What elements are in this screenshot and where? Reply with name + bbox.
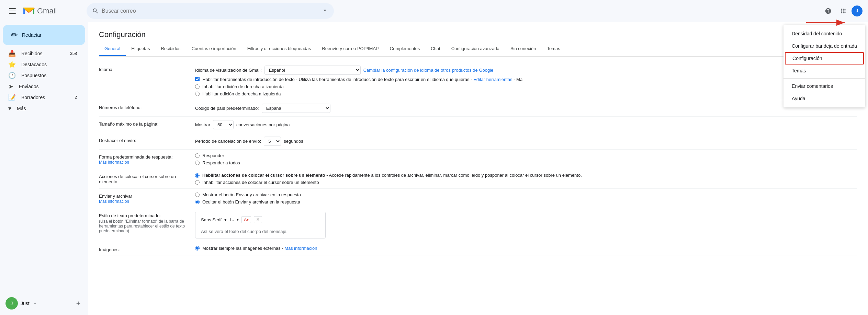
nav-label-mas: Más [17,106,77,111]
add-icon [75,300,81,306]
tamano-label: Tamaño máximo de la página: [99,120,195,127]
tab-reenvio[interactable]: Reenvío y correo POP/IMAP [316,42,384,56]
respuesta-mas-info[interactable]: Más información [99,160,129,165]
compose-button[interactable]: ✏ Redactar [3,25,85,45]
settings-row-telefonos: Números de teléfono: Código de país pred… [99,100,857,117]
dropdown-item-ayuda[interactable]: Ayuda [784,92,865,105]
tab-avanzada[interactable]: Configuración avanzada [446,42,505,56]
tab-general[interactable]: General [99,42,126,56]
imagenes-mas-info[interactable]: Más información [284,246,317,251]
tamano-control: Mostrar 50 25 10 conversaciones por pági… [195,120,857,129]
font-toolbar: Sans Serif ▾ T↕ ▾ A▾ ✕ [201,216,320,226]
nav-label-borradores: Borradores [21,95,69,100]
nav-label-recibidos: Recibidos [21,51,65,56]
dropdown-item-comentarios[interactable]: Enviar comentarios [784,80,865,92]
nav-badge-borradores: 2 [75,95,77,100]
respuesta-label-col: Forma predeterminada de respuesta: Más i… [99,153,195,165]
tab-recibidos[interactable]: Recibidos [155,42,186,56]
user-avatar[interactable]: J [5,297,18,310]
imagenes-text: Mostrar siempre las imágenes externas [202,246,281,251]
search-bar[interactable] [87,3,334,19]
idioma-select[interactable]: Español [264,66,361,75]
enviar-mas-info[interactable]: Más información [99,199,129,204]
topbar: Gmail J [0,0,868,22]
font-size-control2: ▾ [237,217,239,222]
checkbox-herramientas[interactable] [195,77,200,81]
idioma-label: Idioma: [99,66,195,72]
apps-icon [840,8,847,14]
enviar-label-col: Enviar y archivar Más información [99,192,195,204]
account-avatar[interactable]: J [852,5,863,16]
telefonos-control: Código de país predeterminado: España [195,104,857,113]
enviar-radio-group: Mostrar el botón Enviar y archivar en la… [195,192,857,205]
sidebar-item-destacados[interactable]: ⭐ Destacados [0,59,82,70]
settings-row-respuesta: Forma predeterminada de respuesta: Más i… [99,150,857,169]
dropdown-item-densidad[interactable]: Densidad del contenido [784,27,865,40]
enviar-label: Enviar y archivar [99,194,187,199]
radio-habilitar-acciones[interactable]: Habilitar acciones de colocar el cursor … [195,173,857,178]
tamano-prefix: Mostrar [195,122,210,127]
remove-format-button[interactable]: ✕ [254,216,262,223]
acciones-radio-group: Habilitar acciones de colocar el cursor … [195,173,857,185]
undo-time-select[interactable]: 5 10 20 30 [264,137,281,146]
tab-cuentas[interactable]: Cuentas e importación [186,42,242,56]
dropdown-item-bandeja[interactable]: Configurar bandeja de entrada [784,40,865,52]
font-name: Sans Serif [201,217,222,222]
acciones-control: Habilitar acciones de colocar el cursor … [195,173,857,185]
estilo-label: Estilo de texto predeterminado: [99,213,187,218]
telefono-prefix: Código de país predeterminado: [195,106,259,111]
idioma-control: Idioma de visualización de Gmail: Españo… [195,66,857,96]
nav-label-destacados: Destacados [21,62,77,67]
checkbox-herramientas-text: Habilitar herramientas de introducción d… [202,77,522,82]
nav-label-enviados: Enviados [19,84,77,89]
idioma-link[interactable]: Cambiar la configuración de idioma de ot… [363,68,494,73]
sidebar-item-mas[interactable]: ▾ Más [0,103,82,114]
country-select[interactable]: España [262,104,330,113]
editar-link[interactable]: Editar herramientas [473,77,512,82]
more-icon: ▾ [8,105,11,112]
acciones-label: Acciones de colocar el cursor sobre un e… [99,173,195,184]
page-size-select[interactable]: 50 25 10 [213,120,234,129]
tab-complementos[interactable]: Complementos [384,42,425,56]
dropdown-item-configuracion[interactable]: Configuración [785,52,864,65]
sidebar-item-recibidos[interactable]: 📥 Recibidos 358 [0,48,82,59]
radio-mostrar-imagenes[interactable]: Mostrar siempre las imágenes externas - … [195,246,857,251]
imagenes-control: Mostrar siempre las imágenes externas - … [195,246,857,251]
tab-etiquetas[interactable]: Etiquetas [126,42,155,56]
radio-mostrar-enviar[interactable]: Mostrar el botón Enviar y archivar en la… [195,192,857,197]
dropdown-divider [784,78,865,79]
apps-button[interactable] [836,4,850,18]
font-color-button[interactable]: A▾ [241,216,251,223]
sidebar-item-enviados[interactable]: ➤ Enviados [0,81,82,92]
gmail-logo[interactable]: Gmail [22,6,57,16]
tab-chat[interactable]: Chat [425,42,446,56]
help-button[interactable] [821,4,835,18]
tab-filtros[interactable]: Filtros y direcciones bloqueadas [242,42,317,56]
sidebar-item-borradores[interactable]: 📝 Borradores 2 [0,92,82,103]
star-icon: ⭐ [8,61,16,68]
radio-ocultar-enviar[interactable]: Ocultar el botón Enviar y archivar en la… [195,199,857,205]
menu-button[interactable] [5,4,19,18]
search-input[interactable] [102,8,319,14]
tab-temas[interactable]: Temas [541,42,565,56]
font-size-icon: ▾ [224,217,227,222]
enviar-control: Mostrar el botón Enviar y archivar en la… [195,192,857,205]
settings-row-idioma: Idioma: Idioma de visualización de Gmail… [99,62,857,100]
sidebar-item-pospuestos[interactable]: 🕐 Pospuestos [0,70,82,81]
dropdown-item-temas[interactable]: Temas [784,65,865,77]
dropdown-menu: Densidad del contenido Configurar bandej… [784,25,865,107]
radio-responder[interactable]: Responder [195,153,857,158]
search-dropdown-button[interactable] [322,7,328,15]
radio-inhabilitar-acciones[interactable]: Inhabilitar acciones de colocar el curso… [195,180,857,185]
main-content: Configuración General Etiquetas Recibido… [88,22,868,315]
estilo-sublabel: (Usa el botón "Eliminar formato" de la b… [99,219,187,233]
inbox-icon: 📥 [8,50,16,57]
radio-responder-todos[interactable]: Responder a todos [195,160,857,165]
imagenes-label: Imágenes: [99,246,195,252]
radio-habilitar[interactable]: Habilitar edición de derecha a izquierda [195,91,857,96]
add-account-button[interactable] [74,299,82,307]
radio-inhabilitar[interactable]: Inhabilitar edición de derecha a izquier… [195,84,857,89]
gmail-m-icon [22,6,36,16]
tab-sinconexion[interactable]: Sin conexión [505,42,541,56]
deshacer-label: Deshacer el envío: [99,137,195,143]
